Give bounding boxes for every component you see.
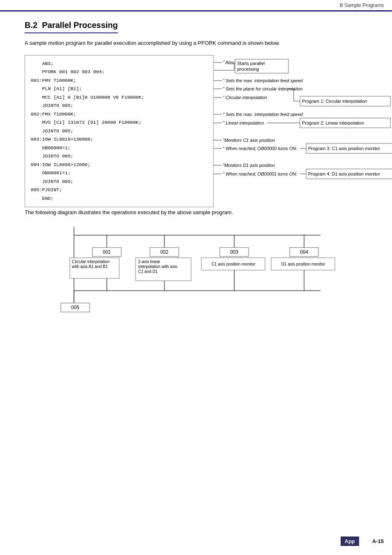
svg-text:Circular interpolation: Circular interpolation (72, 259, 110, 264)
code-line-5: MCC [A1] 0 [B1]0 U100000 V0 F10000K; (31, 93, 144, 102)
code-box: ABS; PFORK 001 002 003 004; 001:FMX T100… (25, 55, 214, 207)
svg-text:interpolation with axis: interpolation with axis (138, 264, 178, 269)
code-line-2: PFORK 001 002 003 004; (31, 68, 104, 76)
code-line-15: JOINTO 005; (31, 178, 74, 186)
svg-text:2-axis linear: 2-axis linear (138, 259, 161, 264)
footer: App A-15 (341, 536, 384, 546)
intro-text: A sample motion program for parallel exe… (25, 40, 367, 46)
execution-diagram: 001 Circular interpolation with axis A1 … (25, 223, 362, 317)
svg-text:C1 and D1: C1 and D1 (138, 269, 158, 274)
svg-text:" When reached, OB00001 turns : " When reached, OB00001 turns ON: (223, 171, 297, 176)
svg-text:" Sets the max. interpolation : " Sets the max. interpolation feed speed (223, 78, 303, 83)
code-line-1: ABS; (31, 60, 53, 68)
svg-text:with axis A1 and B1: with axis A1 and B1 (71, 264, 108, 269)
page-number: A-15 (372, 538, 384, 544)
code-line-13: 004:IOW IL8896>12000; (31, 161, 90, 169)
code-line-7: 002:FMX T10000K; (31, 110, 76, 118)
annotations-svg: " Absolute mode Starts parallel processi… (214, 55, 392, 195)
header-title: B Sample Programs (340, 2, 384, 8)
svg-text:" When reached, OB00000 turns : " When reached, OB00000 turns ON: (223, 146, 297, 151)
svg-text:Starts parallel: Starts parallel (237, 61, 265, 66)
svg-text:002: 002 (160, 249, 168, 255)
svg-text:" Sets the max. interpolation : " Sets the max. interpolation feed speed (223, 112, 303, 117)
svg-text:Program 2: Linear interpolatio: Program 2: Linear interpolation (302, 120, 364, 125)
code-line-10: 003:IOW IL8816>130000; (31, 135, 93, 143)
code-line-9: JOINTO 005; (31, 127, 74, 135)
header-bar: B Sample Programs (0, 0, 392, 12)
diagram-intro: The following diagram illustrates the op… (25, 209, 367, 215)
svg-text:processing: processing (237, 67, 259, 72)
code-line-4: PLN [A1] [B1]; (31, 85, 82, 93)
code-line-17: END; (31, 194, 53, 203)
svg-text:001: 001 (103, 249, 111, 255)
svg-text:C1 axis position monitor: C1 axis position monitor (212, 262, 256, 266)
code-line-6: JOINTO 005; (31, 102, 74, 110)
app-badge: App (341, 536, 359, 546)
code-line-16: 005:PJOINT; (31, 186, 62, 194)
svg-text:" Circular interpolation: " Circular interpolation (223, 95, 267, 100)
code-line-3: 001:FMX T10000K; (31, 76, 76, 85)
code-annotation-area: ABS; PFORK 001 002 003 004; 001:FMX T100… (25, 55, 392, 195)
svg-text:"Monitors D1 axis position: "Monitors D1 axis position (223, 163, 275, 168)
svg-text:" Linear interpolation: " Linear interpolation (223, 120, 264, 125)
svg-text:"Monitors C1 axis position: "Monitors C1 axis position (223, 138, 275, 143)
svg-text:004: 004 (300, 249, 308, 255)
svg-text:Program 3: C1 axis position mo: Program 3: C1 axis position monitor (308, 146, 380, 151)
svg-text:003: 003 (230, 249, 238, 255)
svg-text:005: 005 (71, 305, 79, 310)
code-line-11: OB00000=1; (31, 144, 71, 152)
code-line-12: JOINTO 005; (31, 152, 74, 160)
section-title: B.2 Parallel Processing (25, 21, 118, 33)
svg-text:Program 1: Circular interpolat: Program 1: Circular interpolation (302, 99, 367, 104)
svg-text:Program 4: D1 axis position mo: Program 4: D1 axis position monitor (308, 171, 380, 176)
code-line-8: MVS [C1] 131072 [D1] 20000 F10000K; (31, 118, 141, 127)
code-line-14: OB00001=1; (31, 169, 71, 177)
svg-text:D1 axis position monitor: D1 axis position monitor (281, 262, 325, 266)
